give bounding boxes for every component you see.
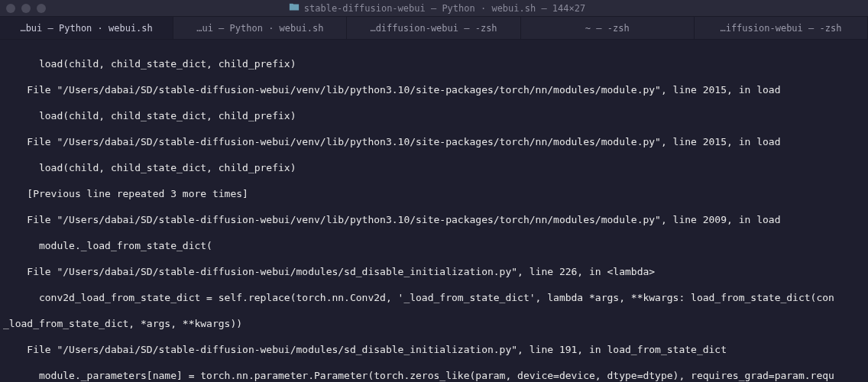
trace-line: [Previous line repeated 3 more times] [3, 187, 865, 200]
minimize-window-button[interactable] [21, 4, 31, 13]
tab-5[interactable]: …iffusion-webui — -zsh [695, 17, 868, 39]
tab-4[interactable]: ~ — -zsh [521, 17, 695, 39]
trace-line: File "/Users/dabai/SD/stable-diffusion-w… [3, 265, 865, 278]
maximize-window-button[interactable] [37, 4, 46, 13]
trace-line: load(child, child_state_dict, child_pref… [3, 109, 865, 122]
folder-icon [289, 2, 300, 15]
close-window-button[interactable] [6, 4, 15, 13]
tab-3-label: …diffusion-webui — -zsh [370, 23, 497, 34]
window-titlebar: stable-diffusion-webui — Python · webui.… [0, 0, 868, 17]
tab-2-label: …ui — Python · webui.sh [196, 23, 323, 34]
trace-line: load(child, child_state_dict, child_pref… [3, 161, 865, 174]
tab-bar: …bui — Python · webui.sh …ui — Python · … [0, 17, 868, 40]
trace-line: conv2d_load_from_state_dict = self.repla… [3, 291, 865, 304]
window-title: stable-diffusion-webui — Python · webui.… [58, 2, 816, 15]
terminal-output[interactable]: load(child, child_state_dict, child_pref… [0, 40, 868, 382]
tab-4-label: ~ — -zsh [585, 23, 630, 34]
tab-2[interactable]: …ui — Python · webui.sh [173, 17, 347, 39]
trace-line: File "/Users/dabai/SD/stable-diffusion-w… [3, 83, 865, 96]
tab-3[interactable]: …diffusion-webui — -zsh [347, 17, 520, 39]
tab-5-label: …iffusion-webui — -zsh [720, 23, 841, 34]
trace-line: File "/Users/dabai/SD/stable-diffusion-w… [3, 343, 865, 356]
trace-line: File "/Users/dabai/SD/stable-diffusion-w… [3, 135, 865, 148]
tab-1-label: …bui — Python · webui.sh [20, 23, 152, 34]
trace-line: _load_from_state_dict, *args, **kwargs)) [3, 317, 865, 330]
trace-line: module._load_from_state_dict( [3, 239, 865, 252]
trace-line: load(child, child_state_dict, child_pref… [3, 57, 865, 70]
trace-line: File "/Users/dabai/SD/stable-diffusion-w… [3, 213, 865, 226]
trace-line: module._parameters[name] = torch.nn.para… [3, 369, 865, 382]
window-title-text: stable-diffusion-webui — Python · webui.… [304, 3, 585, 14]
tab-1[interactable]: …bui — Python · webui.sh [0, 17, 173, 39]
traffic-lights [6, 4, 46, 13]
